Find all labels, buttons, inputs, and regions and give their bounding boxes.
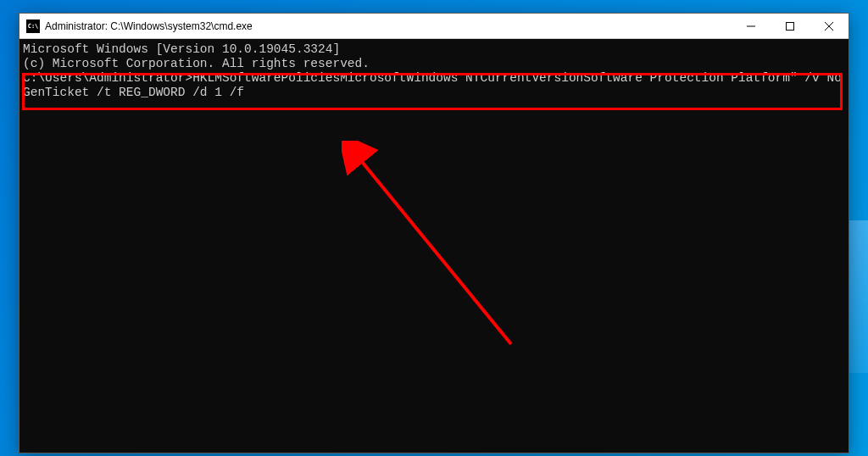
terminal-area[interactable]: Microsoft Windows [Version 10.0.19045.33… <box>19 39 849 453</box>
terminal-copyright-line: (c) Microsoft Corporation. All rights re… <box>23 57 849 71</box>
svg-line-5 <box>359 158 511 344</box>
minimize-icon <box>747 22 755 31</box>
minimize-button[interactable] <box>732 14 771 38</box>
annotation-arrow <box>342 141 528 353</box>
terminal-command-line: C:\Users\Administrator>HKLMSoftwarePolic… <box>23 71 849 100</box>
window-controls <box>732 14 849 38</box>
cmd-icon <box>26 19 40 33</box>
titlebar[interactable]: Administrator: C:\Windows\system32\cmd.e… <box>19 14 849 39</box>
maximize-button[interactable] <box>771 14 810 38</box>
cmd-window: Administrator: C:\Windows\system32\cmd.e… <box>19 13 849 453</box>
terminal-version-line: Microsoft Windows [Version 10.0.19045.33… <box>23 42 849 57</box>
maximize-icon <box>786 22 794 31</box>
window-title: Administrator: C:\Windows\system32\cmd.e… <box>45 20 732 32</box>
close-button[interactable] <box>810 14 849 38</box>
svg-rect-1 <box>787 22 794 30</box>
close-icon <box>825 22 833 31</box>
